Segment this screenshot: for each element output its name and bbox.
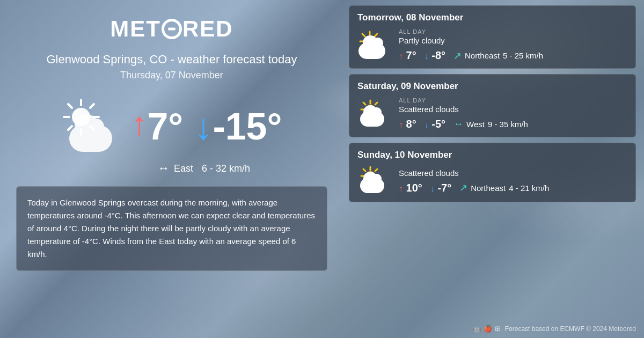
forecast-icon-2 <box>357 99 392 129</box>
wind-spd-2: 9 - 35 km/h <box>488 120 528 129</box>
temp-low-value: -15° <box>213 105 282 148</box>
current-temp-low: ↓ -15° <box>194 105 282 148</box>
wind-dir-2: West <box>466 120 485 129</box>
forecast-wind-3: ↗ Northeast 4 - 21 km/h <box>459 182 549 194</box>
forecast-temps-2: ↑ 8° ↓ -5° ↔ West 9 - 35 km/h <box>399 118 627 130</box>
temp-high-value: 7° <box>147 105 183 148</box>
forecast-body-1: ALL DAY Partly cloudy ↑ 7° ↓ -8° ↗ <box>357 28 627 62</box>
weather-description: Today in Glenwood Springs overcast durin… <box>16 186 327 271</box>
forecast-temp-lo-1: ↓ -8° <box>425 49 445 62</box>
forecast-day-3: Sunday, 10 November <box>357 150 627 160</box>
right-panel: Tomorrow, 08 November <box>343 0 644 338</box>
wind-spd-3: 4 - 21 km/h <box>509 183 549 193</box>
current-wind: ↔ East 6 - 32 km/h <box>158 161 250 175</box>
forecast-card-saturday: Saturday, 09 November <box>349 74 636 137</box>
forecast-label-2: ALL DAY <box>399 97 627 104</box>
wind-dir-1: Northeast <box>465 51 500 60</box>
logo-icon <box>162 19 182 39</box>
forecast-details-1: ALL DAY Partly cloudy ↑ 7° ↓ -8° ↗ <box>399 28 627 62</box>
forecast-icon-1 <box>357 31 392 60</box>
forecast-body-3: Scattered clouds ↑ 10° ↓ -7° ↗ Northeast <box>357 166 627 195</box>
wind-arrow-3: ↗ <box>459 182 467 194</box>
current-date: Thursday, 07 November <box>120 70 223 81</box>
svg-line-6 <box>90 104 94 108</box>
forecast-temp-hi-3: ↑ 10° <box>399 182 422 194</box>
forecast-day-1: Tomorrow, 08 November <box>357 12 627 23</box>
forecast-temp-lo-3: ↓ -7° <box>430 182 451 194</box>
temp-high-arrow: ↑ <box>131 105 147 142</box>
forecast-temps-1: ↑ 7° ↓ -8° ↗ Northeast 5 - 25 km/h <box>399 49 627 62</box>
wind-speed: 6 - 32 km/h <box>202 163 250 174</box>
forecast-condition-2: Scattered clouds <box>399 105 627 114</box>
forecast-day-2: Saturday, 09 November <box>357 81 627 92</box>
forecast-details-2: ALL DAY Scattered clouds ↑ 8° ↓ -5° ↔ <box>399 97 627 130</box>
forecast-condition-1: Partly cloudy <box>399 36 627 45</box>
logo-text: MET <box>110 16 161 42</box>
wind-dir-3: Northeast <box>471 183 506 193</box>
forecast-body-2: ALL DAY Scattered clouds ↑ 8° ↓ -5° ↔ <box>357 97 627 130</box>
forecast-wind-1: ↗ Northeast 5 - 25 km/h <box>453 50 543 62</box>
wind-direction-arrow: ↔ <box>158 161 170 175</box>
svg-line-7 <box>68 126 72 130</box>
wind-arrow-2: ↔ <box>453 119 463 130</box>
forecast-wind-2: ↔ West 9 - 35 km/h <box>453 119 528 130</box>
forecast-temps-3: ↑ 10° ↓ -7° ↗ Northeast 4 - 21 km/h <box>399 182 627 194</box>
forecast-condition-3: Scattered clouds <box>399 168 627 178</box>
current-weather-icon <box>61 97 120 156</box>
city-title: Glenwood Springs, CO - weather forecast … <box>46 53 297 67</box>
cloud-icon-1 <box>358 43 385 59</box>
forecast-temp-hi-1: ↑ 7° <box>399 49 416 62</box>
cloud-icon <box>69 125 112 152</box>
current-temp-high: ↑ 7° <box>131 105 183 148</box>
forecast-temp-lo-2: ↓ -5° <box>425 118 445 130</box>
forecast-card-sunday: Sunday, 10 November <box>349 143 636 202</box>
cloud-icon-2 <box>360 112 384 127</box>
wind-arrow-1: ↗ <box>453 50 462 62</box>
svg-line-13 <box>362 34 365 36</box>
left-panel: MET RED Glenwood Springs, CO - weather f… <box>0 0 343 338</box>
svg-line-31 <box>363 169 365 171</box>
forecast-card-tomorrow: Tomorrow, 08 November <box>349 5 636 69</box>
cloud-icon-3 <box>360 178 384 193</box>
svg-line-24 <box>375 102 377 105</box>
svg-line-33 <box>375 169 377 171</box>
svg-line-15 <box>375 34 377 36</box>
forecast-temp-hi-2: ↑ 8° <box>399 118 416 130</box>
svg-line-22 <box>363 102 365 105</box>
svg-line-4 <box>68 104 72 108</box>
current-weather-main: ↑ 7° ↓ -15° <box>61 97 282 156</box>
wind-direction: East <box>174 163 193 174</box>
forecast-label-1: ALL DAY <box>399 28 627 35</box>
logo-text2: RED <box>182 16 233 42</box>
forecast-details-3: Scattered clouds ↑ 10° ↓ -7° ↗ Northeast <box>399 167 627 194</box>
wind-spd-1: 5 - 25 km/h <box>503 51 543 60</box>
forecast-icon-3 <box>357 166 392 195</box>
temp-low-arrow: ↓ <box>194 105 213 148</box>
logo: MET RED <box>110 16 233 42</box>
